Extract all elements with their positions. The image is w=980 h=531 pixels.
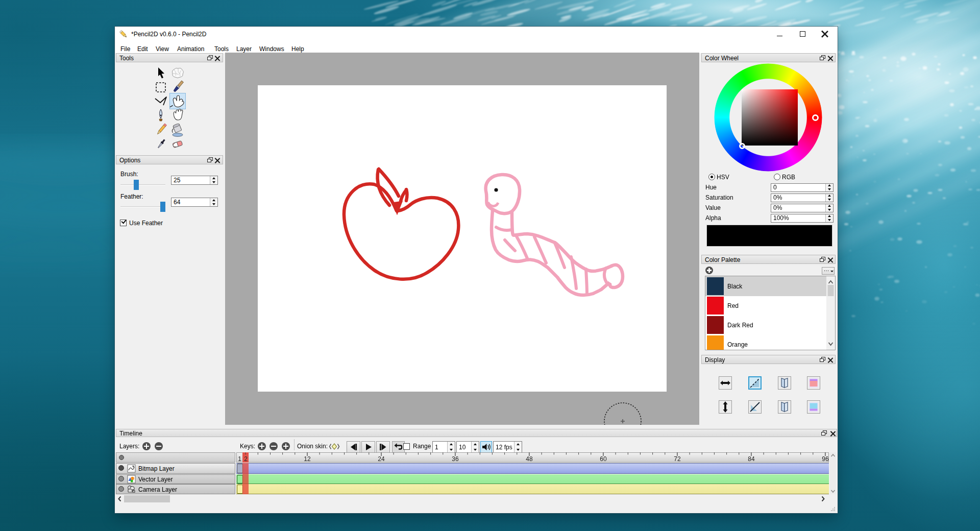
svg-text:12: 12 xyxy=(304,455,311,463)
svg-text:48: 48 xyxy=(526,455,533,463)
svg-text:96: 96 xyxy=(822,455,829,463)
svg-text:84: 84 xyxy=(748,455,755,463)
svg-text:1: 1 xyxy=(238,455,241,463)
svg-text:72: 72 xyxy=(674,455,681,463)
svg-text:24: 24 xyxy=(378,455,385,463)
svg-text:60: 60 xyxy=(600,455,607,463)
svg-text:2: 2 xyxy=(244,455,248,463)
svg-text:36: 36 xyxy=(452,455,459,463)
